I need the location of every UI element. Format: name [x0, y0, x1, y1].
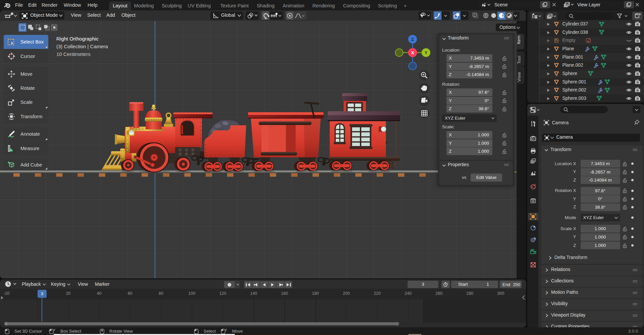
svg-text:(3) Collection | Camera: (3) Collection | Camera — [56, 44, 108, 49]
svg-text:10 Centimeters: 10 Centimeters — [56, 51, 91, 57]
svg-text:Right Orthographic: Right Orthographic — [56, 36, 99, 42]
svg-text:X: X — [411, 50, 414, 55]
svg-text:Z: Z — [411, 37, 414, 42]
svg-text:Y: Y — [425, 50, 428, 55]
